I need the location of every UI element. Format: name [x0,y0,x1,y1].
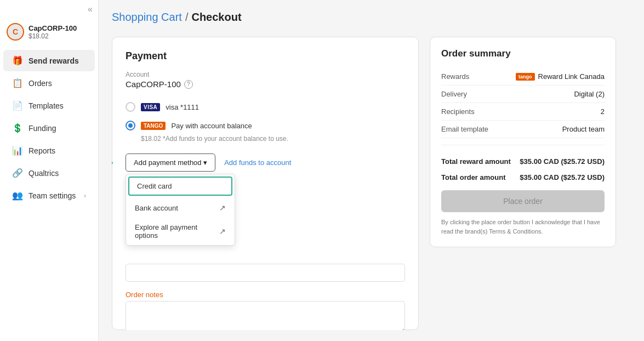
reports-icon: 📊 [12,145,23,156]
sidebar-item-label: Send rewards [29,56,79,65]
order-summary: Order summary Rewards tango Reward Link … [430,37,616,247]
summary-row-template: Email template Product team [441,121,605,138]
send-rewards-icon: 🎁 [12,55,23,66]
templates-icon: 📄 [12,100,23,111]
explore-payments-label: Explore all payment options [135,223,219,240]
balance-text: Pay with account balance [171,122,252,130]
external-link-icon: ↗ [219,203,226,212]
breadcrumb-separator: / [185,11,189,24]
balance-subtext: $18.02 *Add funds to your account balanc… [141,135,405,143]
sidebar-account[interactable]: C CapCORP-100 $18.02 [0,19,98,47]
sidebar-item-send-rewards[interactable]: 🎁 Send rewards [3,50,95,71]
breadcrumb: Shopping Cart / Checkout [112,11,631,24]
sidebar-collapse-btn[interactable]: « [0,0,98,19]
dropdown-bank-account[interactable]: Bank account ↗ [126,198,235,218]
sidebar-item-orders[interactable]: 📋 Orders [3,72,95,94]
sidebar-item-label: Orders [29,79,52,88]
total-order-label: Total order amount [441,173,505,181]
order-summary-title: Order summary [441,48,605,59]
sidebar-item-label: Team settings [29,191,76,200]
info-icon[interactable]: ? [184,80,193,89]
orders-icon: 📋 [12,78,23,88]
radio-balance[interactable] [126,121,135,130]
sidebar-nav: 🎁 Send rewards 📋 Orders 📄 Templates 💲 Fu… [0,47,98,209]
rewards-value: tango Reward Link Canada [516,72,605,81]
total-order-row: Total order amount $35.00 CAD ($25.72 US… [441,168,605,184]
sidebar-item-reports[interactable]: 📊 Reports [3,140,95,161]
delivery-value: Digital (2) [574,90,605,98]
summary-row-recipients: Recipients 2 [441,103,605,121]
template-value: Product team [562,125,605,133]
sidebar-item-funding[interactable]: 💲 Funding [3,117,95,139]
sidebar-item-label: Qualtrics [29,169,59,178]
account-name-display: CapCORP-100 ? [126,79,405,89]
recipients-label: Recipients [441,107,475,116]
content-area: Payment Account CapCORP-100 ? VISA visa … [112,37,631,330]
payment-option-balance[interactable]: TANGO Pay with account balance [126,116,405,135]
radio-visa[interactable] [126,102,135,112]
tango-badge: TANGO [141,122,166,130]
info-input[interactable] [126,264,405,282]
template-label: Email template [441,125,488,133]
visa-text: visa *1111 [166,103,199,111]
payment-actions: ➔ Add payment method ▾ Credit card Bank … [126,154,405,172]
bank-account-label: Bank account [135,204,178,212]
place-order-button[interactable]: Place order [441,190,605,212]
arrow-indicator: ➔ [112,156,113,170]
sidebar-item-templates[interactable]: 📄 Templates [3,95,95,116]
account-balance: $18.02 [29,32,77,40]
breadcrumb-current: Checkout [191,11,241,24]
delivery-label: Delivery [441,90,467,98]
sidebar-item-label: Reports [29,146,55,155]
account-name: CapCORP-100 [29,24,77,32]
dropdown-credit-card[interactable]: Credit card [128,177,232,196]
avatar: C [7,23,24,41]
team-settings-icon: 👥 [12,190,23,201]
sidebar-item-team-settings[interactable]: 👥 Team settings › [3,185,95,206]
add-payment-container: Add payment method ▾ Credit card Bank ac… [126,154,215,172]
terms-text: By clicking the place order button I ack… [441,218,605,236]
total-reward-label: Total reward amount [441,157,511,166]
chevron-right-icon: › [84,192,86,200]
divider [441,145,605,145]
total-reward-row: Total reward amount $35.00 CAD ($25.72 U… [441,152,605,168]
recipients-value: 2 [601,107,605,116]
dropdown-explore-payments[interactable]: Explore all payment options ↗ [126,218,235,245]
payment-title: Payment [126,50,405,62]
sidebar-item-label: Funding [29,124,56,133]
main-content: Shopping Cart / Checkout Payment Account… [99,0,644,341]
breadcrumb-link[interactable]: Shopping Cart [112,11,182,24]
sidebar-item-label: Templates [29,101,64,110]
payment-dropdown: Credit card Bank account ↗ Explore all p… [126,174,235,246]
summary-row-delivery: Delivery Digital (2) [441,86,605,103]
funding-icon: 💲 [12,123,23,133]
total-reward-value: $35.00 CAD ($25.72 USD) [520,157,605,166]
external-link-icon-2: ↗ [219,227,226,236]
summary-row-rewards: Rewards tango Reward Link Canada [441,68,605,86]
total-order-value: $35.00 CAD ($25.72 USD) [520,173,605,181]
rewards-label: Rewards [441,72,469,81]
add-payment-button[interactable]: Add payment method ▾ [126,154,215,172]
credit-card-label: Credit card [137,182,172,190]
sidebar-item-qualtrics[interactable]: 🔗 Qualtrics [3,162,95,184]
add-funds-button[interactable]: Add funds to account [224,158,291,167]
visa-badge: VISA [141,103,160,111]
collapse-icon[interactable]: « [88,4,93,14]
account-label: Account [126,71,405,78]
payment-option-visa[interactable]: VISA visa *1111 [126,98,405,116]
qualtrics-icon: 🔗 [12,168,23,178]
payment-card: Payment Account CapCORP-100 ? VISA visa … [112,37,419,330]
sidebar: « C CapCORP-100 $18.02 🎁 Send rewards 📋 … [0,0,99,341]
reward-badge: tango [516,73,535,81]
order-notes-label: Order notes [126,291,405,299]
order-notes-textarea[interactable] [126,301,405,330]
